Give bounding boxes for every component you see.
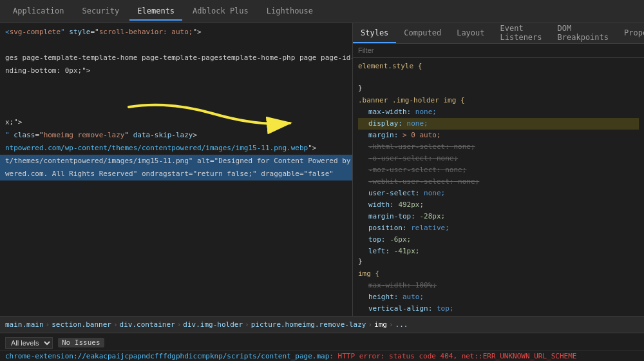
breadcrumb-item-container[interactable]: div.container	[120, 320, 175, 329]
filter-input[interactable]	[358, 46, 639, 54]
tab-layout[interactable]: Layout	[449, 23, 492, 43]
css-rule-banner-img: .banner .img-holder img { max-width: non…	[358, 95, 639, 266]
css-prop-line: position: relative;	[358, 222, 639, 234]
css-prop-line: user-select: none;	[358, 188, 639, 199]
elements-panel: <svg-complete" style="scroll-behavior: a…	[0, 23, 353, 316]
issues-badge: No Issues	[58, 338, 104, 347]
css-prop-line-struck: max-width: 100%;	[358, 280, 639, 291]
css-prop-line: width: 492px;	[358, 199, 639, 211]
css-prop-line: left: -41px;	[358, 246, 639, 257]
css-prop-line: height: auto;	[358, 291, 639, 303]
console-bar: All levels No Issues chrome-extension://…	[0, 333, 644, 361]
tab-security[interactable]: Security	[74, 3, 127, 21]
elements-line: " class="homeimg remove-lazy" data-skip-…	[0, 129, 352, 142]
main-container: <svg-complete" style="scroll-behavior: a…	[0, 23, 644, 316]
css-prop-line: margin: > 0 auto;	[358, 130, 639, 141]
elements-line	[0, 90, 352, 103]
breadcrumb-item-more[interactable]: ...	[395, 320, 408, 329]
tab-application[interactable]: Application	[5, 3, 71, 21]
tab-styles[interactable]: Styles	[353, 23, 396, 43]
css-prop-line: vertical-align: top;	[358, 303, 639, 315]
devtools-nav: Application Security Elements Adblock Pl…	[0, 0, 644, 23]
elements-line	[0, 103, 352, 116]
css-rule-img-1: img { max-width: 100%; height: auto; ver…	[358, 268, 639, 316]
elements-line: x;">	[0, 116, 352, 129]
tab-adblock[interactable]: Adblock Plus	[185, 3, 256, 21]
breadcrumb-item-img-holder[interactable]: div.img-holder	[183, 320, 243, 329]
console-controls: All levels No Issues	[0, 335, 644, 351]
tab-dom-breakpoints[interactable]: DOM Breakpoints	[550, 23, 616, 43]
css-rule-element-style: element.style { }	[358, 61, 639, 92]
css-prop-line-struck: -o-user-select: none;	[358, 153, 639, 164]
css-prop-line-display: display: none;	[358, 118, 639, 130]
elements-line	[0, 77, 352, 90]
css-selector: .banner .img-holder img {	[358, 95, 639, 106]
breadcrumb-bar: main.main › section.banner › div.contain…	[0, 316, 644, 333]
elements-line: ntpowered.com/wp-content/themes/contentp…	[0, 142, 352, 155]
breadcrumb-item-banner[interactable]: section.banner	[52, 320, 111, 329]
css-prop-line-struck: -khtml-user-select: none;	[358, 141, 639, 153]
tab-elements[interactable]: Elements	[129, 3, 182, 21]
tab-lighthouse[interactable]: Lighthouse	[259, 3, 321, 21]
styles-tabs: Styles Computed Layout Event Listeners D…	[353, 23, 644, 44]
filter-bar	[353, 44, 644, 58]
elements-line-highlighted: t/themes/contentpowered/images/img15-11.…	[0, 155, 352, 168]
tab-computed[interactable]: Computed	[396, 23, 449, 43]
log-level-select[interactable]: All levels	[5, 337, 53, 349]
css-prop-line	[358, 72, 639, 84]
css-rules: element.style { } .banner .img-holder im…	[353, 58, 644, 316]
elements-line	[0, 39, 352, 52]
tab-event-listeners[interactable]: Event Listeners	[493, 23, 550, 43]
breadcrumb-item-img[interactable]: img	[374, 320, 387, 329]
css-prop-line: margin-top: -28px;	[358, 211, 639, 222]
breadcrumb-item-picture[interactable]: picture.homeimg.remove-lazy	[251, 320, 366, 329]
css-prop-line-struck: -moz-user-select: none;	[358, 164, 639, 176]
breadcrumb-item-main[interactable]: main.main	[5, 320, 44, 329]
elements-line: nding-bottom: 0px;">	[0, 64, 352, 77]
elements-line: ges page-template-template-home page-tem…	[0, 52, 352, 64]
elements-line: <svg-complete" style="scroll-behavior: a…	[0, 26, 352, 39]
css-prop-line: max-width: none;	[358, 106, 639, 118]
elements-line-highlighted: wered.com. All Rights Reserved" ondragst…	[0, 168, 352, 180]
css-close-brace: }	[358, 257, 639, 266]
tab-properties[interactable]: Prope	[616, 23, 644, 43]
css-selector: img {	[358, 268, 639, 280]
css-close-brace: }	[358, 84, 639, 92]
css-selector: element.style {	[358, 61, 639, 72]
console-error-line: chrome-extension://eakacpaijcpapndcfffdg…	[0, 351, 644, 361]
css-close-brace: }	[358, 315, 639, 316]
css-prop-line: top: -6px;	[358, 234, 639, 246]
css-prop-line-struck: -webkit-user-select: none;	[358, 176, 639, 188]
styles-panel: Styles Computed Layout Event Listeners D…	[353, 23, 644, 316]
